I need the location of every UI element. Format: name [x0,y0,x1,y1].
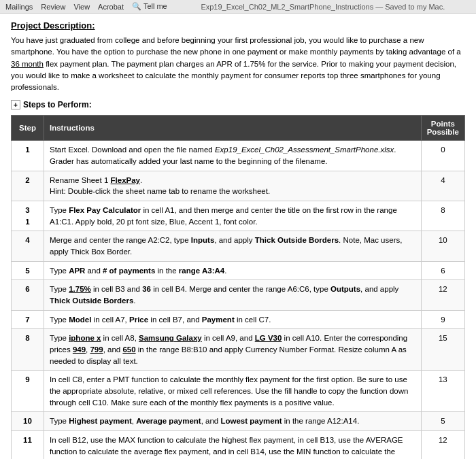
instruction-text: Merge and center the range A2:C2, type I… [44,231,422,261]
points-value: 13 [421,371,464,412]
instruction-text: In cell C8, enter a PMT function to calc… [44,371,422,412]
points-value: 15 [421,329,464,371]
project-title: Project Description: [11,20,465,31]
table-row: 9 In cell C8, enter a PMT function to ca… [12,371,465,412]
table-row: 11 In cell B12, use the MAX function to … [12,431,465,459]
menu-view[interactable]: View [73,3,90,11]
points-value: 0 [421,141,464,171]
points-value: 6 [421,261,464,280]
top-bar: Mailings Review View Acrobat 🔍 Tell me E… [0,0,476,14]
step-number: 9 [12,371,44,412]
step-number: 10 [12,412,44,431]
step-number: 2 [12,171,44,201]
points-value: 8 [421,201,464,231]
underline-months: 36 month [11,60,44,68]
step-number: 11 [12,431,44,459]
table-row: 31 Type Flex Pay Calculator in cell A1, … [12,201,465,231]
instruction-text: Type Model in cell A7, Price in cell B7,… [44,310,422,329]
points-value: 10 [421,231,464,261]
points-value: 12 [421,280,464,310]
table-row: 5 Type APR and # of payments in the rang… [12,261,465,280]
instruction-text: Type Highest payment, Average payment, a… [44,412,422,431]
points-value: 9 [421,310,464,329]
step-number: 7 [12,310,44,329]
main-content: Project Description: You have just gradu… [0,14,476,459]
step-number: 8 [12,329,44,371]
step-number: 6 [12,280,44,310]
expand-icon[interactable]: + [11,100,20,109]
table-row: 2 Rename Sheet 1 FlexPay.Hint: Double-cl… [12,171,465,201]
menu-mailings[interactable]: Mailings [5,3,33,11]
menu-review[interactable]: Review [41,3,65,11]
points-value: 12 [421,431,464,459]
col-points: Points Possible [421,116,464,141]
step-number: 1 [12,141,44,171]
col-instructions: Instructions [44,116,422,141]
step-number: 4 [12,231,44,261]
instruction-text: Type Flex Pay Calculator in cell A1, and… [44,201,422,231]
instruction-text: Start Excel. Download and open the file … [44,141,422,171]
tell-me[interactable]: 🔍 Tell me [132,2,167,11]
table-row: 1 Start Excel. Download and open the fil… [12,141,465,171]
step-number: 5 [12,261,44,280]
instruction-text: Type 1.75% in cell B3 and 36 in cell B4.… [44,280,422,310]
points-value: 5 [421,412,464,431]
instruction-text: Rename Sheet 1 FlexPay.Hint: Double-clic… [44,171,422,201]
table-row: 4 Merge and center the range A2:C2, type… [12,231,465,261]
steps-title: + Steps to Perform: [11,100,465,109]
instructions-table: Step Instructions Points Possible 1 Star… [11,115,465,459]
instruction-text: In cell B12, use the MAX function to cal… [44,431,422,459]
table-row: 6 Type 1.75% in cell B3 and 36 in cell B… [12,280,465,310]
points-value: 4 [421,171,464,201]
table-row: 10 Type Highest payment, Average payment… [12,412,465,431]
file-title: Exp19_Excel_Ch02_ML2_SmartPhone_Instruct… [175,3,471,11]
instruction-text: Type APR and # of payments in the range … [44,261,422,280]
table-row: 8 Type iphone x in cell A8, Samsung Gala… [12,329,465,371]
step-number: 31 [12,201,44,231]
col-step: Step [12,116,44,141]
instruction-text: Type iphone x in cell A8, Samsung Galaxy… [44,329,422,371]
project-description: You have just graduated from college and… [11,35,465,93]
menu-acrobat[interactable]: Acrobat [98,3,124,11]
table-row: 7 Type Model in cell A7, Price in cell B… [12,310,465,329]
